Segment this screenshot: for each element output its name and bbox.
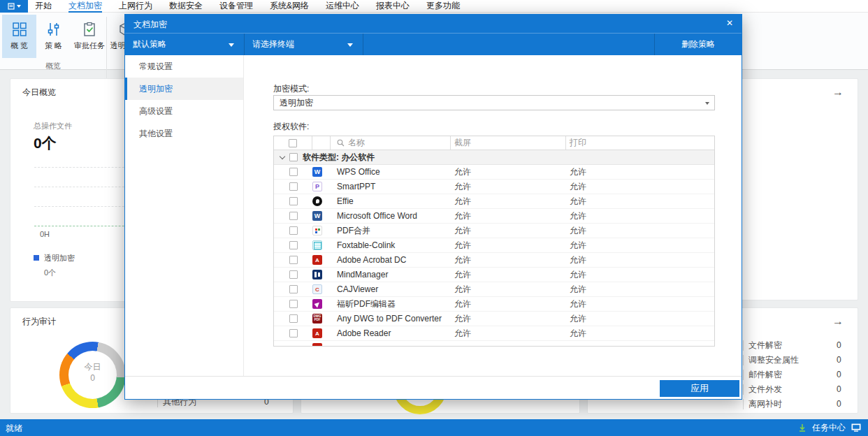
terminal-dropdown[interactable]: 请选择终端	[245, 34, 363, 55]
chevron-down-icon	[347, 43, 353, 47]
table-row[interactable]: WPS Office 允许 允许	[274, 165, 714, 180]
list-item: 调整安全属性0	[743, 355, 848, 365]
dialog-toolbar: 默认策略 请选择终端 删除策略	[125, 33, 742, 55]
chart-legend: 透明加密 0个	[34, 253, 75, 278]
ribbon-button-label: 概 览	[10, 41, 28, 51]
panel-title: 行为审计	[22, 316, 56, 328]
tab-start[interactable]: 开始	[35, 0, 52, 13]
status-ready-text: 就绪	[6, 423, 22, 435]
tab-data-security[interactable]: 数据安全	[169, 0, 203, 13]
row-checkbox[interactable]	[289, 241, 298, 249]
chevron-down-icon	[705, 102, 709, 105]
sidebar-item-other-settings[interactable]: 其他设置	[125, 122, 243, 145]
group-checkbox[interactable]	[289, 153, 298, 161]
monitor-icon[interactable]	[851, 423, 861, 432]
delete-policy-button[interactable]: 删除策略	[655, 34, 742, 55]
tab-system-network[interactable]: 系统&网络	[270, 0, 309, 13]
table-row[interactable]: Any DWG to PDF Converter 允许 允许	[274, 312, 714, 326]
screenshot-permission: 允许	[451, 225, 566, 237]
ribbon-button-label: 策 略	[45, 41, 62, 51]
toolbar-spacer	[363, 34, 654, 55]
table-row-partial	[274, 341, 714, 347]
table-row[interactable]: 福昕PDF编辑器 允许 允许	[274, 297, 714, 312]
effie-icon	[312, 196, 322, 206]
adobe-reader-icon	[312, 328, 322, 338]
list-item-label: 邮件解密	[748, 370, 782, 379]
sidebar-item-advanced-settings[interactable]: 高级设置	[125, 100, 243, 122]
screenshot-permission: 允许	[451, 298, 566, 310]
table-row[interactable]: SmartPPT 允许 允许	[274, 180, 714, 194]
table-row[interactable]: MindManager 允许 允许	[274, 268, 714, 282]
foxit-pdf-icon	[312, 299, 322, 309]
ribbon-button-label: 审批任务	[74, 41, 105, 51]
print-permission: 允许	[566, 196, 714, 208]
dialog-titlebar: 文档加密 ✕	[125, 15, 742, 33]
ribbon-button-overview[interactable]: 概 览	[2, 15, 36, 58]
table-row[interactable]: Foxtable-Colink 允许 允许	[274, 238, 714, 253]
donut-center-text: 今日 0	[59, 361, 126, 384]
authorized-software-label: 授权软件:	[273, 121, 309, 133]
pdf-merge-icon	[312, 226, 322, 235]
tab-more-features[interactable]: 更多功能	[426, 0, 460, 13]
row-checkbox[interactable]	[289, 300, 298, 308]
sidebar-item-general-settings[interactable]: 常规设置	[125, 55, 243, 78]
list-item-label: 调整安全属性	[748, 355, 799, 365]
list-item-label: 文件解密	[748, 340, 782, 350]
row-checkbox[interactable]	[289, 197, 298, 205]
close-icon[interactable]: ✕	[726, 18, 733, 28]
app-menu-button[interactable]	[0, 0, 28, 13]
apply-button[interactable]: 应用	[660, 380, 739, 397]
row-checkbox[interactable]	[289, 168, 298, 176]
tab-document-encryption[interactable]: 文档加密	[68, 0, 102, 13]
dialog-sidebar: 常规设置 透明加密 高级设置 其他设置	[125, 55, 244, 376]
acrobat-dc-icon	[312, 255, 322, 265]
table-row[interactable]: PDF合并 允许 允许	[274, 224, 714, 238]
software-name: WPS Office	[331, 167, 451, 177]
row-checkbox[interactable]	[289, 182, 298, 191]
ribbon-group-divider	[106, 17, 107, 78]
x-axis-label: 0H	[40, 230, 50, 238]
task-center-button[interactable]: 任务中心	[812, 422, 846, 434]
select-all-checkbox[interactable]	[289, 139, 297, 147]
arrow-right-icon[interactable]: →	[832, 315, 844, 328]
row-checkbox[interactable]	[289, 256, 298, 264]
software-group-row[interactable]: 软件类型: 办公软件	[274, 150, 714, 165]
column-label: 打印	[570, 137, 586, 149]
print-permission: 允许	[566, 284, 714, 296]
ribbon-button-approval-tasks[interactable]: 审批任务	[71, 15, 108, 58]
tab-device-management[interactable]: 设备管理	[219, 0, 253, 13]
screenshot-permission: 允许	[451, 210, 566, 222]
encryption-mode-select[interactable]: 透明加密	[273, 95, 715, 110]
table-row[interactable]: Adobe Reader 允许 允许	[274, 326, 714, 341]
legend-color-swatch	[34, 255, 39, 261]
foxtable-icon	[312, 240, 322, 250]
wps-office-icon	[312, 167, 322, 177]
software-name: Any DWG to PDF Converter	[331, 314, 451, 324]
ribbon-button-policy[interactable]: 策 略	[36, 15, 71, 58]
mindmanager-icon	[312, 270, 322, 279]
table-row[interactable]: CAJViewer 允许 允许	[274, 282, 714, 297]
table-row[interactable]: Adobe Acrobat DC 允许 允许	[274, 253, 714, 268]
arrow-right-icon[interactable]: →	[832, 86, 844, 99]
table-row[interactable]: Microsoft Office Word 允许 允许	[274, 209, 714, 224]
sliders-policy-icon	[46, 22, 62, 37]
print-permission: 允许	[566, 225, 714, 237]
chevron-down-icon[interactable]	[280, 153, 285, 159]
tab-internet-behavior[interactable]: 上网行为	[119, 0, 152, 13]
sidebar-item-transparent-encryption[interactable]: 透明加密	[125, 78, 243, 100]
search-icon[interactable]	[337, 139, 345, 147]
row-checkbox[interactable]	[289, 329, 298, 337]
table-row[interactable]: Effie 允许 允许	[274, 194, 714, 209]
row-checkbox[interactable]	[289, 226, 298, 235]
row-checkbox[interactable]	[289, 270, 298, 279]
legend-label: 透明加密	[44, 254, 75, 262]
tab-ops-center[interactable]: 运维中心	[326, 0, 359, 13]
list-item: 文件外发0	[743, 384, 848, 395]
row-checkbox[interactable]	[289, 285, 298, 293]
row-checkbox[interactable]	[289, 212, 298, 220]
policy-dropdown[interactable]: 默认策略	[125, 34, 244, 55]
tab-report-center[interactable]: 报表中心	[376, 0, 410, 13]
software-name: Effie	[331, 196, 451, 206]
row-checkbox[interactable]	[289, 314, 298, 323]
print-permission: 允许	[566, 313, 714, 325]
